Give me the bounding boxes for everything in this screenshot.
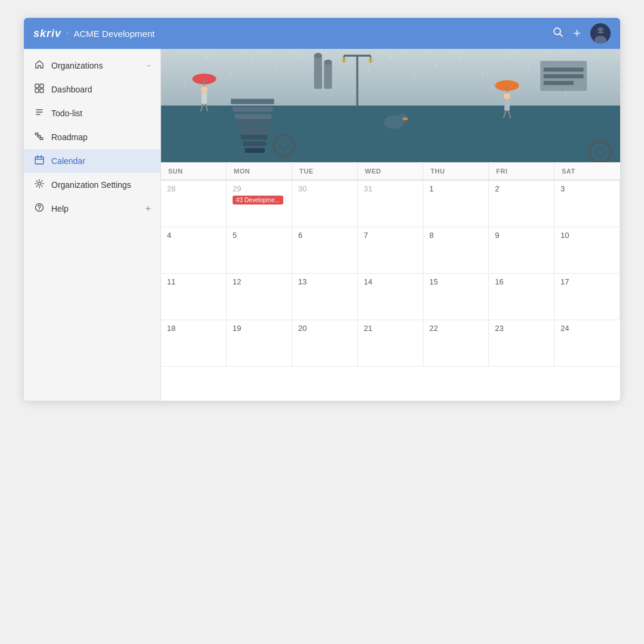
calendar-day-cell[interactable]: 18 [161, 320, 227, 367]
cal-header-wed: WED [358, 163, 423, 180]
day-number: 11 [167, 277, 220, 286]
calendar-day-cell[interactable]: 11 [161, 274, 227, 320]
svg-rect-63 [544, 81, 574, 85]
cal-header-tue: TUE [292, 163, 358, 180]
svg-rect-62 [544, 75, 584, 79]
sidebar-item-org-settings[interactable]: Organization Settings [24, 173, 160, 197]
event-badge[interactable]: #3 Developme... [233, 196, 283, 205]
sidebar-item-roadmap[interactable]: Roadmap [24, 125, 160, 149]
sidebar-item-organizations[interactable]: Organizations − [24, 54, 160, 78]
day-number: 29 [233, 184, 286, 193]
calendar-day-cell[interactable]: 31 [358, 181, 423, 227]
day-number: 9 [495, 231, 548, 240]
search-icon[interactable] [553, 27, 564, 41]
day-number: 3 [561, 184, 614, 193]
calendar-day-cell[interactable]: 17 [555, 274, 620, 320]
sidebar-label-org-settings: Organization Settings [51, 180, 131, 190]
sidebar-label-help: Help [51, 204, 69, 213]
day-number: 15 [429, 277, 482, 286]
svg-rect-35 [239, 128, 269, 133]
svg-rect-37 [243, 141, 266, 146]
calendar-day-cell[interactable]: 8 [423, 227, 489, 274]
calendar-day-cell[interactable]: 2 [489, 181, 555, 227]
chevron-icon: − [147, 61, 151, 70]
calendar-body: 2829#3 Developme...303112345678910111213… [161, 180, 620, 367]
day-number: 13 [298, 277, 351, 286]
calendar-day-cell[interactable]: 19 [227, 320, 292, 367]
sidebar-label-dashboard: Dashboard [51, 85, 92, 94]
svg-rect-47 [314, 55, 322, 89]
svg-rect-56 [504, 99, 510, 111]
svg-rect-24 [161, 106, 620, 162]
calendar-day-cell[interactable]: 10 [555, 227, 620, 274]
calendar-day-cell[interactable]: 9 [489, 227, 555, 274]
svg-rect-17 [35, 157, 44, 164]
app-logo: skriv [33, 27, 61, 40]
calendar-day-cell[interactable]: 23 [489, 320, 555, 367]
gear-icon [33, 179, 45, 191]
calendar-day-cell[interactable]: 6 [292, 227, 358, 274]
calendar-day-cell[interactable]: 21 [358, 320, 423, 367]
cal-header-sun: SUN [161, 163, 227, 180]
calendar-day-cell[interactable]: 22 [423, 320, 489, 367]
list-icon [33, 107, 45, 119]
sidebar-label-todo: Todo-list [51, 109, 82, 118]
nav-actions: + [553, 23, 611, 44]
sidebar-item-dashboard[interactable]: Dashboard [24, 78, 160, 101]
calendar-day-cell[interactable]: 28 [161, 181, 227, 227]
day-number: 19 [233, 324, 286, 333]
svg-point-53 [402, 117, 408, 120]
calendar-container: SUN MON TUE WED THU FRI SAT 2829#3 Devel… [161, 162, 620, 401]
calendar-grid: SUN MON TUE WED THU FRI SAT [161, 162, 620, 180]
help-icon [33, 203, 45, 215]
svg-rect-16 [40, 138, 43, 140]
calendar-day-cell[interactable]: 30 [292, 181, 358, 227]
app-container: skriv · ACME Development + [24, 18, 620, 401]
calendar-day-cell[interactable]: 13 [292, 274, 358, 320]
calendar-day-cell[interactable]: 29#3 Developme... [227, 181, 292, 227]
svg-rect-61 [544, 67, 584, 72]
top-nav: skriv · ACME Development + [24, 18, 620, 49]
svg-point-5 [597, 30, 599, 32]
svg-rect-14 [35, 133, 38, 135]
svg-point-59 [504, 93, 510, 100]
svg-rect-27 [202, 92, 207, 104]
calendar-day-cell[interactable]: 7 [358, 227, 423, 274]
calendar-day-cell[interactable]: 20 [292, 320, 358, 367]
day-number: 6 [298, 231, 351, 240]
day-number: 30 [298, 184, 351, 193]
calendar-day-cell[interactable]: 24 [555, 320, 620, 367]
day-number: 10 [561, 231, 614, 240]
svg-rect-36 [241, 135, 268, 140]
calendar-day-cell[interactable]: 1 [423, 181, 489, 227]
calendar-day-cell[interactable]: 14 [358, 274, 423, 320]
sidebar-label-organizations: Organizations [51, 61, 103, 70]
calendar-day-cell[interactable]: 16 [489, 274, 555, 320]
svg-point-23 [39, 209, 39, 210]
calendar-day-cell[interactable]: 4 [161, 227, 227, 274]
day-number: 1 [429, 184, 482, 193]
svg-point-45 [341, 58, 346, 63]
calendar-day-cell[interactable]: 12 [227, 274, 292, 320]
sidebar-label-calendar: Calendar [51, 156, 85, 166]
calendar-icon [33, 155, 45, 167]
add-icon[interactable]: + [573, 26, 581, 41]
workspace-title: ACME Development [74, 29, 155, 39]
sidebar-label-roadmap: Roadmap [51, 132, 88, 142]
calendar-day-cell[interactable]: 5 [227, 227, 292, 274]
day-number: 12 [233, 277, 286, 286]
svg-rect-9 [35, 89, 39, 92]
avatar[interactable] [590, 23, 611, 44]
day-number: 4 [167, 231, 220, 240]
sidebar-item-todo[interactable]: Todo-list [24, 101, 160, 125]
sidebar-item-calendar[interactable]: Calendar [24, 149, 160, 173]
cal-header-sat: SAT [555, 163, 620, 180]
content-area: SUN MON TUE WED THU FRI SAT 2829#3 Devel… [161, 49, 620, 401]
calendar-day-cell[interactable]: 3 [555, 181, 620, 227]
calendar-day-cell[interactable]: 15 [423, 274, 489, 320]
svg-rect-31 [231, 99, 274, 104]
sidebar-item-help[interactable]: Help + [24, 197, 160, 221]
sidebar: Organizations − Dashboard [24, 49, 161, 401]
svg-rect-15 [38, 135, 41, 137]
svg-rect-34 [237, 122, 270, 126]
